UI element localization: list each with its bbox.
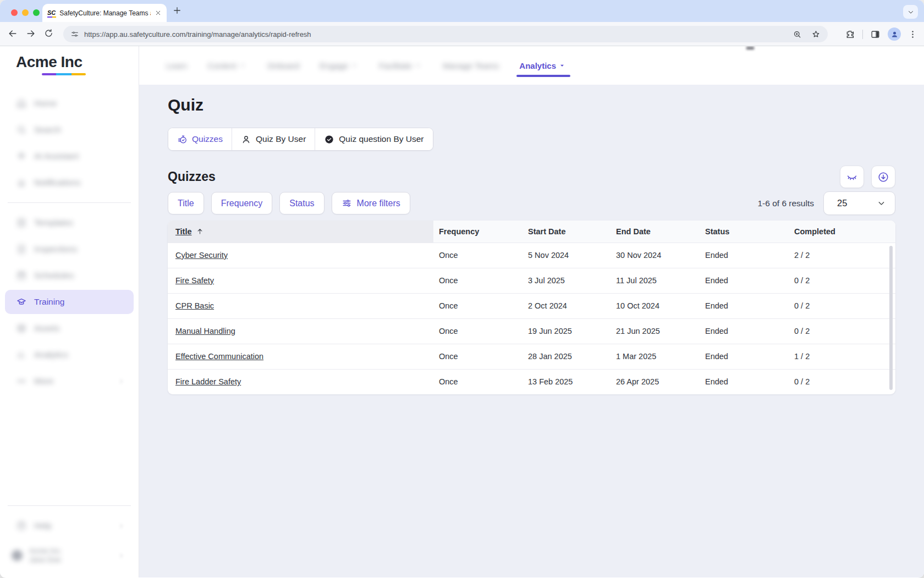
quiz-title-link[interactable]: Fire Ladder Safety (175, 377, 241, 386)
filter-title[interactable]: Title (168, 192, 204, 214)
export-download-button[interactable] (871, 166, 895, 188)
tab-content[interactable]: Content (207, 61, 247, 70)
nav-tab-label: Facilitate (379, 61, 412, 70)
column-header-start-date[interactable]: Start Date (522, 221, 610, 243)
completed-cell: 0 / 2 (789, 268, 895, 293)
reload-button[interactable] (43, 28, 54, 38)
caret-down-icon (238, 61, 247, 70)
tab-onboard[interactable]: Onboard (267, 61, 299, 70)
training-icon (16, 296, 27, 307)
side-panel-icon[interactable] (870, 29, 881, 40)
sidebar-item-schedules[interactable]: Schedules (0, 262, 139, 289)
completed-cell: 0 / 2 (789, 318, 895, 344)
quiz-title-link[interactable]: Cyber Security (175, 251, 228, 260)
view-tab-quiz-question-by-user[interactable]: Quiz question By User (315, 128, 432, 150)
filter-frequency[interactable]: Frequency (211, 192, 273, 214)
blurred-artifact (746, 47, 754, 49)
close-tab-icon[interactable] (155, 9, 162, 16)
sidebar-item-label: Help (34, 521, 52, 531)
bookmark-star-icon[interactable] (811, 30, 821, 39)
sidebar-item-search[interactable]: Search (0, 117, 139, 143)
column-header-label: Status (705, 227, 729, 236)
browser-tab[interactable]: SC SafetyCulture: Manage Teams and... (42, 4, 167, 22)
more-icon (16, 376, 27, 387)
end-date-cell: 26 Apr 2025 (610, 369, 700, 394)
table-row: Cyber SecurityOnce5 Nov 202430 Nov 2024E… (168, 243, 895, 268)
filter-status[interactable]: Status (279, 192, 324, 214)
tab-title: SafetyCulture: Manage Teams and... (59, 9, 151, 17)
column-header-frequency[interactable]: Frequency (433, 221, 522, 243)
view-tab-quizzes[interactable]: Quizzes (168, 128, 232, 150)
sidebar-item-inspections[interactable]: Inspections (0, 236, 139, 262)
download-icon (877, 171, 889, 183)
extensions-icon[interactable] (845, 29, 855, 40)
nav-tab-label: Engage (320, 61, 348, 70)
status-cell: Ended (700, 243, 789, 268)
zoom-window-button[interactable] (33, 9, 40, 16)
quiz-title-link[interactable]: CPR Basic (175, 301, 214, 310)
filter-label: Frequency (221, 199, 263, 208)
start-date-cell: 28 Jan 2025 (522, 344, 610, 369)
column-header-label: Completed (794, 227, 835, 236)
quiz-title-link[interactable]: Manual Handling (175, 327, 235, 335)
table-row: Manual HandlingOnce19 Jun 202521 Jun 202… (168, 318, 895, 344)
sidebar-item-notifications[interactable]: Notifications (0, 169, 139, 196)
sidebar-item-label: AI Assistant (34, 151, 79, 161)
nav-tab-label: Learn (166, 61, 187, 70)
sidebar-item-assets[interactable]: Assets (0, 315, 139, 342)
tab-learn[interactable]: Learn (166, 61, 187, 70)
table-scrollbar[interactable] (889, 246, 893, 390)
column-header-completed[interactable]: Completed (789, 221, 895, 243)
visibility-toggle-button[interactable] (840, 166, 864, 188)
address-bar[interactable]: https://app.au.safetyculture.com/trainin… (63, 26, 828, 42)
chevron-right-icon (118, 378, 125, 385)
chevron-down-icon (877, 199, 886, 208)
column-header-end-date[interactable]: End Date (610, 221, 700, 243)
account-switcher[interactable]: Acme Inc. Jane Doe (0, 543, 139, 564)
frequency-cell: Once (433, 344, 522, 369)
column-header-label: End Date (616, 227, 651, 236)
profile-avatar[interactable] (888, 27, 901, 41)
tab-analytics[interactable]: Analytics (519, 61, 566, 70)
forward-button[interactable] (25, 28, 36, 39)
sidebar-item-help[interactable]: Help (0, 513, 139, 539)
table-row: Effective CommunicationOnce28 Jan 20251 … (168, 344, 895, 369)
end-date-cell: 21 Jun 2025 (610, 318, 700, 344)
back-button[interactable] (7, 28, 18, 39)
user-icon (241, 134, 251, 145)
sidebar-item-ai-assistant[interactable]: AI Assistant (0, 143, 139, 169)
tab-manage-teams[interactable]: Manage Teams (443, 61, 499, 70)
sidebar-item-more[interactable]: More (0, 368, 139, 394)
filter-more-filters[interactable]: More filters (332, 192, 410, 214)
minimize-window-button[interactable] (22, 9, 29, 16)
sidebar-item-training[interactable]: Training (5, 290, 134, 314)
tab-search-button[interactable] (903, 5, 918, 19)
sidebar-item-templates[interactable]: Templates (0, 210, 139, 236)
check-circle-icon (324, 134, 334, 145)
close-window-button[interactable] (11, 9, 18, 16)
sidebar-item-home[interactable]: Home (0, 90, 139, 117)
view-tab-quiz-by-user[interactable]: Quiz By User (232, 128, 315, 150)
sidebar-item-label: Assets (34, 323, 60, 333)
tab-facilitate[interactable]: Facilitate (379, 61, 422, 70)
account-user: Jane Doe (29, 555, 62, 564)
status-cell: Ended (700, 369, 789, 394)
column-header-status[interactable]: Status (700, 221, 789, 243)
column-header-title[interactable]: Title (168, 221, 433, 243)
sidebar-item-label: Notifications (34, 178, 80, 188)
quiz-title-link[interactable]: Effective Communication (175, 352, 263, 361)
view-tab-label: Quiz By User (256, 134, 306, 144)
tab-engage[interactable]: Engage (320, 61, 359, 70)
sliders-icon (342, 198, 352, 208)
page-size-value: 25 (837, 198, 847, 208)
start-date-cell: 5 Nov 2024 (522, 243, 610, 268)
status-cell: Ended (700, 318, 789, 344)
sidebar-item-analytics[interactable]: Analytics (0, 342, 139, 368)
quiz-title-link[interactable]: Fire Safety (175, 276, 214, 285)
menu-dots-icon[interactable] (908, 30, 917, 39)
sidebar-item-label: Analytics (34, 350, 68, 360)
zoom-icon[interactable] (793, 30, 802, 39)
page-size-select[interactable]: 25 (823, 191, 895, 215)
new-tab-button[interactable] (172, 5, 182, 15)
site-settings-icon[interactable] (70, 30, 79, 38)
